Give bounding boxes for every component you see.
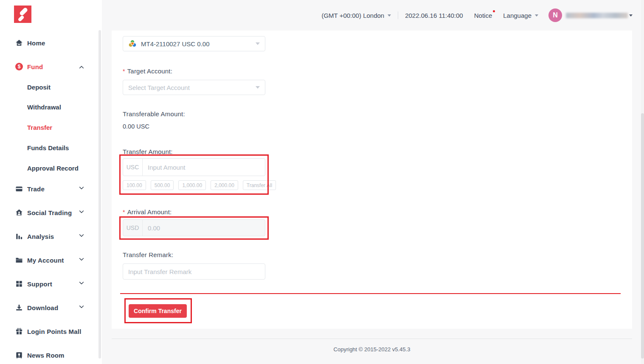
- transfer-all-button[interactable]: Transfer All: [243, 180, 276, 190]
- currency-prefix: USD: [123, 220, 143, 236]
- source-account-select[interactable]: MT4-2110027 USC 0.00: [123, 36, 265, 51]
- sidebar-label-support: Support: [27, 280, 52, 288]
- transfer-remark-input[interactable]: [123, 263, 265, 280]
- sidebar-item-download[interactable]: Download: [15, 302, 58, 313]
- dropdown-caret-icon: [629, 14, 633, 17]
- arrival-amount-label: *Arrival Amount:: [123, 208, 172, 216]
- select-arrow-icon: [256, 42, 260, 45]
- sidebar-item-social-trading[interactable]: Social Trading: [15, 207, 72, 218]
- home-icon: [15, 39, 23, 47]
- notice-button[interactable]: Notice: [474, 12, 492, 19]
- sidebar-item-support[interactable]: Support: [15, 279, 52, 289]
- sidebar-item-home[interactable]: Home: [15, 38, 45, 48]
- sidebar-item-fund[interactable]: $ Fund: [15, 62, 43, 72]
- sidebar-label-login-points-mall: Login Points Mall: [27, 328, 82, 335]
- sidebar-label-home: Home: [27, 39, 45, 47]
- quick-amount-row: 100.00 500.00 1,000.00 2,000.00 Transfer…: [123, 180, 276, 190]
- arrival-amount-field: USD: [123, 219, 265, 236]
- transferable-amount-label: Transferable Amount:: [123, 110, 185, 118]
- sidebar-item-approval-record[interactable]: Approval Record: [27, 164, 79, 172]
- brand-logo[interactable]: [14, 6, 31, 23]
- quick-amount-button[interactable]: 1,000.00: [178, 180, 206, 190]
- timezone-label: (GMT +00:00) London: [321, 12, 384, 19]
- sidebar-label-analysis: Analysis: [27, 233, 54, 240]
- my-account-icon: [15, 256, 23, 264]
- copyright-text: Copyright © 2015-2022 v5.45.3: [112, 346, 632, 353]
- sidebar-scrollbar[interactable]: [98, 30, 101, 358]
- transfer-amount-field: USC: [123, 158, 265, 176]
- sidebar-item-trade[interactable]: Trade: [15, 184, 45, 194]
- sidebar: Home $ Fund Deposit Withdrawal Transfer …: [0, 0, 102, 364]
- sidebar-item-transfer[interactable]: Transfer: [27, 123, 52, 132]
- download-icon: [15, 304, 23, 311]
- chevron-down-icon: [79, 209, 84, 213]
- datetime-label: 2022.06.16 11:40:00: [405, 12, 463, 19]
- avatar-letter: N: [553, 11, 558, 19]
- sidebar-item-login-points-mall[interactable]: Login Points Mall: [15, 326, 82, 336]
- user-avatar[interactable]: N: [548, 8, 562, 22]
- quick-amount-button[interactable]: 500.00: [151, 180, 174, 190]
- transfer-page: Home $ Fund Deposit Withdrawal Transfer …: [0, 0, 644, 364]
- sidebar-label-fund: Fund: [27, 63, 43, 70]
- window-scrollbar-thumb[interactable]: [641, 113, 644, 358]
- quick-amount-button[interactable]: 100.00: [123, 180, 146, 190]
- username-blurred: [566, 13, 628, 18]
- sidebar-item-news-room[interactable]: News Room: [15, 350, 65, 360]
- transfer-amount-label: Transfer Amount:: [123, 148, 173, 155]
- language-label: Language: [503, 12, 532, 19]
- timezone-dropdown[interactable]: (GMT +00:00) London: [321, 12, 391, 19]
- brand-logo-icon: [14, 6, 31, 23]
- transfer-remark-label: Transfer Remark:: [123, 251, 173, 258]
- target-account-placeholder: Select Target Account: [128, 84, 190, 91]
- top-header: (GMT +00:00) London 2022.06.16 11:40:00 …: [102, 0, 644, 31]
- news-room-icon: [15, 351, 23, 359]
- trade-icon: [15, 185, 23, 193]
- language-dropdown[interactable]: Language: [503, 12, 538, 19]
- required-asterisk: *: [123, 209, 125, 216]
- sidebar-item-deposit[interactable]: Deposit: [27, 83, 51, 91]
- chevron-down-icon: [79, 232, 84, 237]
- footer-divider: [112, 339, 632, 339]
- sidebar-label-withdrawal: Withdrawal: [27, 104, 61, 111]
- target-account-select[interactable]: Select Target Account: [123, 80, 265, 95]
- sidebar-label-deposit: Deposit: [27, 84, 51, 91]
- chevron-down-icon: [79, 185, 84, 190]
- mt4-icon: [128, 39, 137, 48]
- source-account-value: MT4-2110027 USC 0.00: [141, 40, 209, 48]
- currency-prefix: USC: [123, 159, 143, 176]
- transfer-form-card: MT4-2110027 USC 0.00 *Target Account: Se…: [112, 31, 632, 329]
- transferable-amount-value: 0.00 USC: [123, 123, 149, 130]
- notice-label: Notice: [474, 12, 492, 19]
- support-icon: [15, 280, 23, 288]
- sidebar-label-funds-details: Funds Details: [27, 144, 69, 151]
- dropdown-arrow-icon: [388, 14, 391, 17]
- required-asterisk: *: [123, 68, 125, 75]
- sidebar-label-trade: Trade: [27, 185, 45, 193]
- sidebar-item-funds-details[interactable]: Funds Details: [27, 143, 69, 152]
- user-menu[interactable]: [562, 13, 633, 18]
- analysis-icon: [15, 232, 23, 240]
- sidebar-item-withdrawal[interactable]: Withdrawal: [27, 103, 61, 111]
- select-arrow-icon: [256, 86, 260, 89]
- sidebar-label-transfer: Transfer: [27, 124, 52, 131]
- fund-icon: $: [15, 63, 23, 70]
- transfer-amount-input[interactable]: [143, 159, 265, 176]
- social-trading-icon: [15, 209, 23, 216]
- red-divider-line: [120, 293, 621, 294]
- confirm-transfer-button[interactable]: Confirm Transfer: [129, 304, 187, 318]
- gift-icon: [15, 328, 23, 335]
- sidebar-label-my-account: My Account: [27, 257, 64, 264]
- target-account-label: *Target Account:: [123, 67, 172, 75]
- sidebar-item-analysis[interactable]: Analysis: [15, 231, 54, 241]
- chevron-down-icon: [79, 280, 84, 285]
- chevron-up-icon: [79, 66, 84, 70]
- sidebar-label-approval-record: Approval Record: [27, 165, 79, 172]
- chevron-down-icon: [79, 304, 84, 308]
- notice-badge-dot: [493, 10, 495, 12]
- sidebar-item-my-account[interactable]: My Account: [15, 255, 64, 265]
- sidebar-label-news-room: News Room: [27, 352, 65, 359]
- chevron-down-icon: [79, 256, 84, 261]
- arrival-amount-input[interactable]: [143, 220, 265, 236]
- dropdown-arrow-icon: [535, 14, 538, 17]
- quick-amount-button[interactable]: 2,000.00: [211, 180, 238, 190]
